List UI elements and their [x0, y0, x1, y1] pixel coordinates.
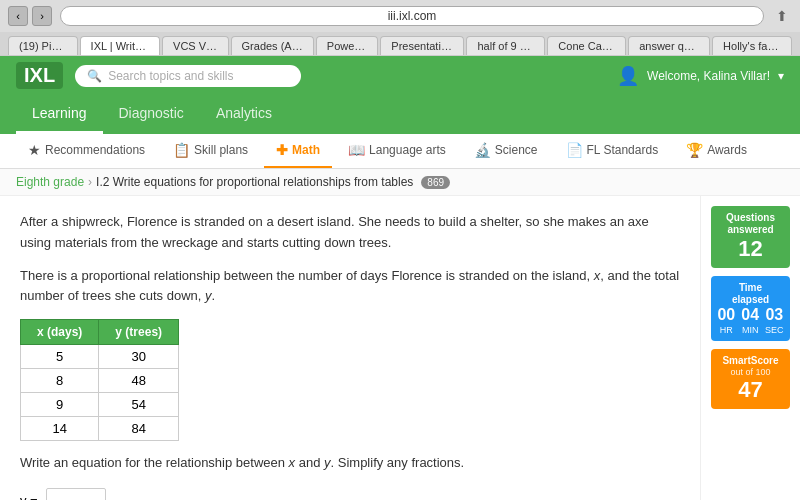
equation-prompt: Write an equation for the relationship b…: [20, 453, 680, 474]
content-area: After a shipwreck, Florence is stranded …: [0, 196, 800, 500]
dropdown-icon[interactable]: ▾: [778, 69, 784, 83]
subnav-langarts-label: Language arts: [369, 143, 446, 157]
breadcrumb-skill: I.2 Write equations for proportional rel…: [96, 175, 413, 189]
search-placeholder: Search topics and skills: [108, 69, 233, 83]
cell-y4: 84: [99, 417, 179, 441]
langarts-icon: 📖: [348, 142, 365, 158]
subnav-science-label: Science: [495, 143, 538, 157]
subnav-langarts[interactable]: 📖 Language arts: [336, 134, 458, 168]
welcome-text: Welcome, Kalina Villar!: [647, 69, 770, 83]
tab-ixl[interactable]: IXL | Write equ...: [80, 36, 160, 55]
cell-x1: 5: [21, 345, 99, 369]
smart-score-sub: out of 100: [719, 367, 782, 377]
browser-toolbar: ‹ › iii.ixl.com ⬆: [0, 0, 800, 32]
time-sec-label: SEC: [765, 325, 784, 335]
answer-area: y =: [20, 488, 680, 500]
data-table: x (days) y (trees) 5 30 8 48 9 5: [20, 319, 179, 441]
subnav-science[interactable]: 🔬 Science: [462, 134, 550, 168]
cell-y1: 30: [99, 345, 179, 369]
time-display: 00 HR 04 MIN 03 SEC: [719, 306, 782, 335]
time-hr-label: HR: [720, 325, 733, 335]
ixl-app: IXL 🔍 Search topics and skills 👤 Welcome…: [0, 56, 800, 500]
sidebar-stats: Questions answered 12 Time elapsed 00 HR…: [700, 196, 800, 500]
ixl-logo: IXL: [16, 62, 63, 89]
questions-answered-label: Questions answered: [719, 212, 782, 236]
search-icon: 🔍: [87, 69, 102, 83]
address-bar[interactable]: iii.ixl.com: [60, 6, 764, 26]
table-row: 14 84: [21, 417, 179, 441]
tab-cone[interactable]: Cone Calculator: [547, 36, 626, 55]
back-button[interactable]: ‹: [8, 6, 28, 26]
subnav-math[interactable]: ✚ Math: [264, 134, 332, 168]
breadcrumb-arrow: ›: [88, 175, 92, 189]
tab-vcs[interactable]: VCS VPortal: [162, 36, 229, 55]
col-header-y: y (trees): [99, 320, 179, 345]
subnav-recommendations[interactable]: ★ Recommendations: [16, 134, 157, 168]
skillplans-icon: 📋: [173, 142, 190, 158]
questions-answered-card: Questions answered 12: [711, 206, 790, 268]
sub-nav: ★ Recommendations 📋 Skill plans ✚ Math 📖…: [0, 134, 800, 169]
subnav-skillplans-label: Skill plans: [194, 143, 248, 157]
time-elapsed-card: Time elapsed 00 HR 04 MIN 03 SEC: [711, 276, 790, 341]
subnav-skillplans[interactable]: 📋 Skill plans: [161, 134, 260, 168]
time-hr-unit: 00 HR: [717, 306, 735, 335]
smart-score-card: SmartScore out of 100 47: [711, 349, 790, 409]
time-sec-value: 03: [765, 306, 784, 324]
tab-holly[interactable]: Holly's favorite...: [712, 36, 792, 55]
tab-learning[interactable]: Learning: [16, 95, 103, 134]
flstandards-icon: 📄: [566, 142, 583, 158]
science-icon: 🔬: [474, 142, 491, 158]
subnav-flstandards[interactable]: 📄 FL Standards: [554, 134, 671, 168]
questions-answered-value: 12: [719, 236, 782, 262]
url-text: iii.ixl.com: [388, 9, 437, 23]
tab-diagnostic[interactable]: Diagnostic: [103, 95, 200, 134]
cell-x4: 14: [21, 417, 99, 441]
col-header-x: x (days): [21, 320, 99, 345]
subnav-awards[interactable]: 🏆 Awards: [674, 134, 759, 168]
time-min-unit: 04 MIN: [741, 306, 759, 335]
recommendations-icon: ★: [28, 142, 41, 158]
table-row: 5 30: [21, 345, 179, 369]
search-bar[interactable]: 🔍 Search topics and skills: [75, 65, 301, 87]
table-row: 8 48: [21, 369, 179, 393]
tabs-bar: (19) Pinterest IXL | Write equ... VCS VP…: [0, 32, 800, 55]
tab-answer[interactable]: answer questio...: [628, 36, 710, 55]
app-header: IXL 🔍 Search topics and skills 👤 Welcome…: [0, 56, 800, 95]
share-button[interactable]: ⬆: [772, 6, 792, 26]
nav-buttons: ‹ ›: [8, 6, 52, 26]
paragraph2: There is a proportional relationship bet…: [20, 266, 680, 308]
tab-powerpoint[interactable]: PowerPoint: [316, 36, 379, 55]
smart-score-value: 47: [719, 377, 782, 403]
forward-button[interactable]: ›: [32, 6, 52, 26]
breadcrumb-badge: 869: [421, 176, 450, 189]
cell-x3: 9: [21, 393, 99, 417]
breadcrumb-grade[interactable]: Eighth grade: [16, 175, 84, 189]
time-hr-value: 00: [717, 306, 735, 324]
browser-chrome: ‹ › iii.ixl.com ⬆ (19) Pinterest IXL | W…: [0, 0, 800, 56]
time-elapsed-label: Time elapsed: [719, 282, 782, 306]
awards-icon: 🏆: [686, 142, 703, 158]
tab-pinterest[interactable]: (19) Pinterest: [8, 36, 78, 55]
equation-label: y =: [20, 493, 38, 500]
subnav-flstandards-label: FL Standards: [587, 143, 659, 157]
time-sec-unit: 03 SEC: [765, 306, 784, 335]
tab-analytics[interactable]: Analytics: [200, 95, 288, 134]
subnav-math-label: Math: [292, 143, 320, 157]
nav-tabs: Learning Diagnostic Analytics: [0, 95, 800, 134]
smart-score-label: SmartScore: [719, 355, 782, 367]
table-row: 9 54: [21, 393, 179, 417]
time-min-value: 04: [741, 306, 759, 324]
tab-presentation[interactable]: Presentation7.p...: [380, 36, 464, 55]
time-min-label: MIN: [742, 325, 759, 335]
paragraph1: After a shipwreck, Florence is stranded …: [20, 212, 680, 254]
tab-grades[interactable]: Grades (Assign...: [231, 36, 314, 55]
subnav-recommendations-label: Recommendations: [45, 143, 145, 157]
answer-input[interactable]: [46, 488, 106, 500]
main-content: After a shipwreck, Florence is stranded …: [0, 196, 700, 500]
tab-halfof9[interactable]: half of 9 - Goo...: [466, 36, 545, 55]
subnav-awards-label: Awards: [707, 143, 747, 157]
header-right: 👤 Welcome, Kalina Villar! ▾: [617, 65, 784, 87]
math-icon: ✚: [276, 142, 288, 158]
user-icon: 👤: [617, 65, 639, 87]
cell-y2: 48: [99, 369, 179, 393]
